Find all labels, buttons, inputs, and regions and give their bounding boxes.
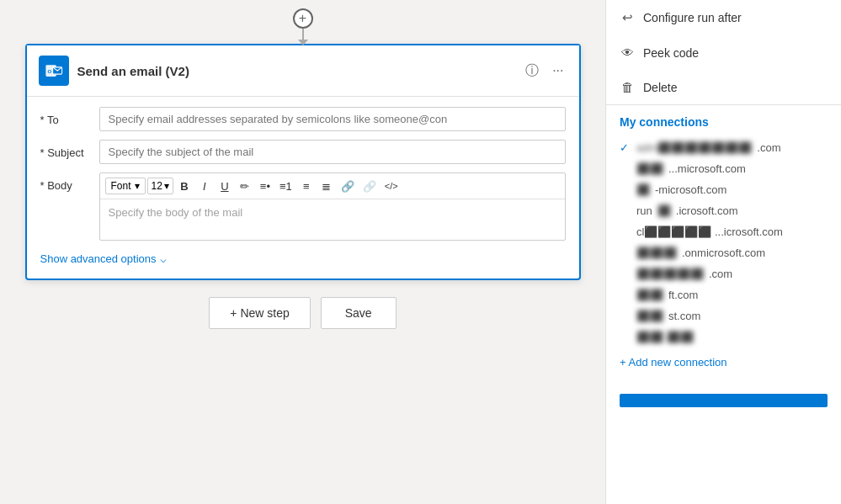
configure-icon: ↩ (620, 10, 635, 25)
sidebar-connections: My connections ✓ adm⬛⬛⬛⬛⬛⬛⬛ .com ✓ ⬛⬛ ..… (606, 105, 841, 387)
font-label: Font (111, 180, 131, 192)
main-area: + O Send an email (V2) ⓘ ··· * To (0, 0, 605, 504)
connection-email-blur-10: ⬛⬛ ⬛⬛ (636, 331, 694, 343)
delete-item[interactable]: 🗑 Delete (606, 70, 841, 104)
more-options-button[interactable]: ··· (549, 60, 567, 82)
connection-item-3[interactable]: ✓ ⬛ -microsoft.com (620, 179, 828, 200)
subject-input[interactable] (99, 140, 566, 164)
to-label: * To (40, 107, 99, 126)
connector-top: + (293, 8, 313, 40)
connection-email-blur-9: ⬛⬛ (636, 310, 663, 322)
unlink-button[interactable]: 🔗 (359, 177, 380, 195)
connection-email-blur-3: ⬛ (636, 183, 650, 196)
body-label: * Body (40, 172, 99, 192)
check-icon-1: ✓ (620, 141, 631, 154)
connection-email-5: cl⬛⬛⬛⬛⬛ ...icrosoft.com (636, 225, 783, 238)
align-right-button[interactable]: ≣ (317, 177, 336, 195)
connection-item-8[interactable]: ✓ ⬛⬛ ft.com (620, 284, 828, 305)
connector-arrow (302, 29, 304, 40)
connection-email-partial-4b: .icrosoft.com (676, 204, 738, 217)
chevron-down-icon: ⌵ (160, 252, 167, 265)
italic-button[interactable]: I (195, 177, 214, 195)
add-step-circle[interactable]: + (293, 8, 313, 29)
peek-code-label: Peek code (643, 46, 699, 60)
bold-button[interactable]: B (175, 177, 194, 195)
editor-toolbar: Font ▾ 12 ▾ B I U (100, 173, 565, 199)
code-button[interactable]: </> (381, 177, 402, 195)
connection-item-2[interactable]: ✓ ⬛⬛ ...microsoft.com (620, 158, 828, 179)
card-body: * To * Subject * Body Font ▾ (27, 97, 579, 279)
body-content[interactable]: Specify the body of the mail (100, 199, 565, 240)
connection-email-partial-7: .com (709, 268, 732, 280)
connection-email-blur-4: ⬛ (657, 204, 671, 217)
connection-item-1[interactable]: ✓ adm⬛⬛⬛⬛⬛⬛⬛ .com (620, 137, 828, 158)
email-card: O Send an email (V2) ⓘ ··· * To * Subjec… (25, 44, 581, 280)
sidebar-menu: ↩ Configure run after 👁 Peek code 🗑 Dele… (606, 0, 841, 105)
configure-run-after-item[interactable]: ↩ Configure run after (606, 0, 841, 35)
add-connection[interactable]: + Add new connection (620, 347, 828, 377)
outlook-icon: O (39, 56, 69, 86)
to-field-row: * To (40, 107, 566, 131)
connection-item-4[interactable]: ✓ run ⬛ .icrosoft.com (620, 200, 828, 221)
to-input[interactable] (99, 107, 566, 131)
unordered-list-button[interactable]: ≡• (256, 177, 274, 195)
font-dropdown-arrow: ▾ (135, 180, 140, 192)
font-size-selector[interactable]: 12 ▾ (147, 178, 173, 194)
new-step-button[interactable]: + New step (209, 297, 310, 329)
underline-button[interactable]: U (216, 177, 234, 195)
subject-field-row: * Subject (40, 140, 566, 164)
eye-icon: 👁 (620, 45, 635, 60)
font-size-value: 12 (152, 180, 162, 192)
show-advanced-button[interactable]: Show advanced options ⌵ (40, 249, 167, 268)
connection-item-5[interactable]: ✓ cl⬛⬛⬛⬛⬛ ...icrosoft.com (620, 221, 828, 242)
connection-email-partial-8: ft.com (668, 289, 698, 301)
card-header: O Send an email (V2) ⓘ ··· (27, 45, 579, 97)
connection-email-partial-6: .onmicrosoft.com (682, 247, 765, 259)
connection-email-partial-4: run (636, 204, 652, 217)
connection-email-partial-2: ...microsoft.com (668, 162, 746, 175)
font-size-arrow: ▾ (164, 180, 169, 192)
connection-email-blur-8: ⬛⬛ (636, 289, 663, 301)
sidebar-action-button[interactable] (620, 394, 828, 407)
link-button[interactable]: 🔗 (338, 177, 358, 195)
connection-item-9[interactable]: ✓ ⬛⬛ st.com (620, 305, 828, 326)
connection-email-partial-9: st.com (668, 310, 700, 322)
peek-code-item[interactable]: 👁 Peek code (606, 35, 841, 70)
body-field-row: * Body Font ▾ 12 ▾ B (40, 172, 566, 241)
card-header-actions: ⓘ ··· (522, 59, 567, 83)
connection-item-7[interactable]: ✓ ⬛⬛⬛⬛⬛ .com (620, 263, 828, 284)
connections-title: My connections (620, 115, 828, 129)
connection-email-blur-1: adm⬛⬛⬛⬛⬛⬛⬛ (636, 141, 752, 154)
ordered-list-button[interactable]: ≡1 (276, 177, 295, 195)
connection-email-blur-2: ⬛⬛ (636, 162, 663, 175)
svg-text:O: O (47, 68, 51, 74)
connection-email-blur-7: ⬛⬛⬛⬛⬛ (636, 268, 704, 280)
configure-label: Configure run after (643, 11, 742, 24)
bottom-actions: + New step Save (209, 297, 396, 329)
connection-email-partial-3: -microsoft.com (655, 183, 727, 196)
info-button[interactable]: ⓘ (522, 59, 542, 83)
trash-icon: 🗑 (620, 80, 635, 94)
delete-label: Delete (643, 81, 677, 94)
card-title: Send an email (V2) (77, 64, 523, 78)
show-advanced-section: Show advanced options ⌵ (40, 249, 566, 268)
connection-item-10[interactable]: ✓ ⬛⬛ ⬛⬛ (620, 326, 828, 347)
align-left-button[interactable]: ≡ (297, 177, 316, 195)
connection-item-6[interactable]: ✓ ⬛⬛⬛ .onmicrosoft.com (620, 242, 828, 263)
font-selector[interactable]: Font ▾ (105, 178, 146, 194)
subject-label: * Subject (40, 140, 99, 159)
connection-email-partial-1: .com (757, 141, 780, 154)
save-button[interactable]: Save (321, 297, 397, 329)
highlight-button[interactable]: ✏ (236, 177, 254, 195)
body-editor: Font ▾ 12 ▾ B I U (99, 172, 566, 241)
connection-email-blur-6: ⬛⬛⬛ (636, 247, 677, 259)
show-advanced-label: Show advanced options (40, 252, 157, 265)
right-sidebar: ↩ Configure run after 👁 Peek code 🗑 Dele… (605, 0, 841, 504)
